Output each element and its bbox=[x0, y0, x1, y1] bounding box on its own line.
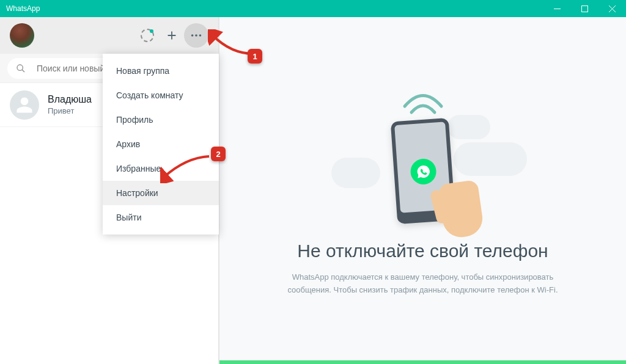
chat-avatar-placeholder bbox=[10, 90, 39, 120]
context-menu: Новая группа Создать комнату Профиль Арх… bbox=[103, 54, 219, 235]
new-chat-icon[interactable] bbox=[160, 23, 184, 48]
svg-point-7 bbox=[17, 65, 23, 70]
svg-point-5 bbox=[195, 34, 197, 37]
search-icon bbox=[16, 64, 26, 73]
svg-line-8 bbox=[22, 70, 24, 72]
svg-point-4 bbox=[191, 34, 194, 37]
annotation-badge-2: 2 bbox=[211, 147, 226, 161]
app-name: WhatsApp bbox=[6, 4, 40, 13]
svg-point-6 bbox=[199, 34, 202, 37]
menu-profile[interactable]: Профиль bbox=[103, 107, 219, 132]
whatsapp-logo-icon bbox=[409, 158, 436, 186]
wifi-icon bbox=[402, 88, 444, 118]
app-body: Владюша Привет Новая группа Создать комн… bbox=[0, 17, 626, 364]
maximize-button[interactable] bbox=[571, 0, 598, 17]
minimize-button[interactable] bbox=[543, 0, 571, 17]
menu-logout[interactable]: Выйти bbox=[103, 205, 219, 230]
annotation-arrow-2 bbox=[160, 153, 215, 183]
menu-new-group[interactable]: Новая группа bbox=[103, 59, 219, 83]
menu-create-room[interactable]: Создать комнату bbox=[103, 83, 219, 107]
titlebar: WhatsApp bbox=[0, 0, 626, 17]
status-icon[interactable] bbox=[135, 23, 160, 48]
sidebar: Владюша Привет Новая группа Создать комн… bbox=[0, 17, 219, 364]
menu-settings[interactable]: Настройки bbox=[103, 181, 219, 205]
sidebar-header bbox=[0, 17, 218, 54]
hand-icon bbox=[438, 180, 485, 239]
user-avatar[interactable] bbox=[10, 23, 34, 48]
annotation-badge-1: 1 bbox=[248, 49, 262, 64]
close-button[interactable] bbox=[598, 0, 626, 17]
svg-rect-1 bbox=[582, 5, 588, 12]
intro-text: WhatsApp подключается к вашему телефону,… bbox=[282, 271, 564, 297]
menu-icon[interactable] bbox=[184, 23, 208, 48]
window-controls bbox=[543, 0, 626, 17]
intro-title: Не отключайте свой телефон bbox=[297, 241, 548, 261]
main-panel: Не отключайте свой телефон WhatsApp подк… bbox=[219, 17, 626, 364]
intro-illustration bbox=[337, 84, 509, 225]
